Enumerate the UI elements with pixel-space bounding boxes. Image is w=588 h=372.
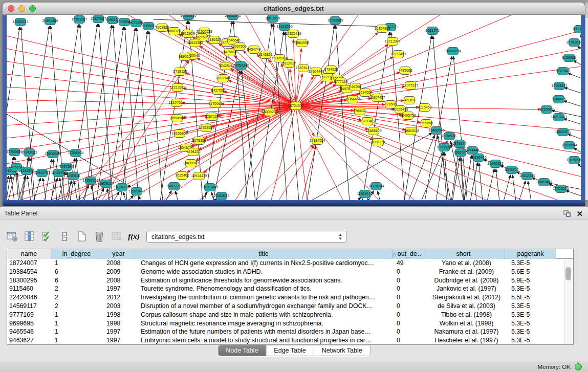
delete-table-icon[interactable] xyxy=(93,231,105,243)
deselect-all-rows-icon[interactable] xyxy=(58,231,70,243)
cell-pagerank[interactable]: 5.3E-5 xyxy=(508,259,560,268)
cell-in_degree[interactable]: 1 xyxy=(52,311,103,319)
citation-edge-black[interactable] xyxy=(479,163,483,200)
cell-in_degree[interactable]: 6 xyxy=(52,276,103,285)
cell-year[interactable]: 1998 xyxy=(103,311,137,319)
citation-edge-black[interactable] xyxy=(139,196,141,200)
cell-out_de[interactable]: 0 xyxy=(395,311,425,319)
cell-in_degree[interactable]: 1 xyxy=(52,327,103,336)
cell-pagerank[interactable]: 5.3E-5 xyxy=(508,285,560,293)
float-panel-icon[interactable] xyxy=(563,209,571,217)
citation-edge-black[interactable] xyxy=(45,159,52,200)
citation-edge-black[interactable] xyxy=(408,135,434,200)
table-row[interactable]: 1938455462009Genome-wide association stu… xyxy=(7,268,573,276)
citation-edge-black[interactable] xyxy=(568,134,581,139)
citation-edge-red[interactable] xyxy=(231,69,296,106)
cell-name[interactable]: 9777169 xyxy=(7,311,52,319)
citation-edge-black[interactable] xyxy=(53,159,57,200)
cell-pagerank[interactable]: 5.5E-5 xyxy=(508,293,560,302)
table-row[interactable]: 946362711997Embryonic stem cells: a mode… xyxy=(7,336,573,344)
table-settings-icon[interactable] xyxy=(6,231,18,243)
citation-edge-black[interactable] xyxy=(96,27,123,200)
scrollbar-thumb[interactable] xyxy=(565,267,571,280)
citation-edge-black[interactable] xyxy=(504,175,510,200)
cell-name[interactable]: 18300295 xyxy=(7,276,52,285)
window-titlebar[interactable]: citations_edges.txt xyxy=(3,3,585,15)
cell-in_degree[interactable]: 2 xyxy=(52,293,103,302)
cell-year[interactable]: 2009 xyxy=(103,268,137,276)
cell-name[interactable]: 18724007 xyxy=(7,259,52,268)
cell-title[interactable]: Tourette syndrome. Phenomenology and cla… xyxy=(137,285,395,293)
select-all-rows-icon[interactable] xyxy=(41,231,53,243)
citation-edge-black[interactable] xyxy=(82,185,89,200)
cell-short[interactable]: Jankovic et al. (1997) xyxy=(425,285,508,293)
citation-edge-black[interactable] xyxy=(8,172,15,200)
cell-in_degree[interactable]: 1 xyxy=(52,259,103,268)
citation-edge-black[interactable] xyxy=(80,25,94,200)
cell-name[interactable]: 22420046 xyxy=(7,293,52,302)
citation-edge-black[interactable] xyxy=(378,191,380,200)
cell-out_de[interactable]: 49 xyxy=(395,259,425,268)
citation-edge-black[interactable] xyxy=(176,191,178,200)
citation-edge-red[interactable] xyxy=(296,49,301,106)
cell-in_degree[interactable]: 6 xyxy=(52,268,103,276)
delete-columns-icon[interactable] xyxy=(111,231,122,243)
cell-name[interactable]: 19384554 xyxy=(7,268,52,276)
citation-edge-red[interactable] xyxy=(51,114,265,200)
citation-edge-black[interactable] xyxy=(123,192,126,200)
cell-out_de[interactable]: 0 xyxy=(395,276,425,285)
tab-edge-table[interactable]: Edge Table xyxy=(266,345,314,356)
citation-edge-black[interactable] xyxy=(114,192,119,200)
citation-edge-black[interactable] xyxy=(464,156,471,200)
column-header-in_degree[interactable]: in_degree xyxy=(51,249,102,259)
cell-in_degree[interactable]: 1 xyxy=(52,319,103,328)
cell-out_de[interactable]: 0 xyxy=(395,293,425,302)
cell-year[interactable]: 1997 xyxy=(103,285,137,293)
cell-pagerank[interactable]: 5.3E-5 xyxy=(508,319,560,328)
tab-node-table[interactable]: Node Table xyxy=(218,345,266,356)
table-row[interactable]: 969969511998Structural magnetic resonanc… xyxy=(7,319,573,328)
cell-year[interactable]: 2008 xyxy=(103,276,137,285)
cell-title[interactable]: Estimation of the future numbers of pati… xyxy=(137,327,395,336)
cell-name[interactable]: 9463627 xyxy=(7,336,52,344)
column-header-title[interactable]: title xyxy=(135,249,393,259)
table-row[interactable]: 946554611997Estimation of the future num… xyxy=(7,327,573,336)
citation-edge-black[interactable] xyxy=(461,158,465,200)
cell-pagerank[interactable]: 5.6E-5 xyxy=(508,268,560,276)
table-row[interactable]: 1872400712008Changes of HCN gene express… xyxy=(7,259,573,268)
citation-edge-black[interactable] xyxy=(42,178,46,200)
cell-short[interactable]: Nakamura et al. (1997) xyxy=(425,327,508,336)
column-header-out_de[interactable]: △out_de… xyxy=(393,249,422,259)
cell-title[interactable]: Disruption of a novel member of a sodium… xyxy=(137,302,395,311)
cell-short[interactable]: de Silva et al. (2003) xyxy=(425,302,508,311)
table-row[interactable]: 2242004622012Investigating the contribut… xyxy=(7,293,573,302)
column-header-short[interactable]: short xyxy=(422,249,505,259)
citation-edge-red[interactable] xyxy=(293,39,296,106)
citation-edge-black[interactable] xyxy=(84,25,112,200)
column-header-name[interactable]: name xyxy=(7,249,51,259)
cell-title[interactable]: Genome-wide association studies in ADHD. xyxy=(137,268,395,276)
cell-pagerank[interactable]: 5.3E-5 xyxy=(508,302,560,311)
column-header-pagerank[interactable]: pagerank xyxy=(505,249,556,259)
citation-edge-black[interactable] xyxy=(436,152,443,200)
citation-edge-red[interactable] xyxy=(296,106,405,130)
cell-title[interactable]: Estimation of significance thresholds fo… xyxy=(137,276,395,285)
cell-title[interactable]: Changes of HCN gene expression and I(f) … xyxy=(137,259,395,268)
cell-short[interactable]: Dudbridge et al. (2008) xyxy=(425,276,508,285)
cell-in_degree[interactable]: 1 xyxy=(52,336,103,344)
cell-year[interactable]: 1998 xyxy=(103,319,137,328)
citation-edge-black[interactable] xyxy=(34,178,40,200)
citation-edge-black[interactable] xyxy=(27,176,31,200)
cell-in_degree[interactable]: 2 xyxy=(52,302,103,311)
cell-out_de[interactable]: 0 xyxy=(395,319,425,328)
cell-short[interactable]: Wolkin et al. (1998) xyxy=(425,319,508,328)
citation-edge-black[interactable] xyxy=(30,158,33,200)
cell-name[interactable]: 9699695 xyxy=(7,319,52,328)
citation-edge-black[interactable] xyxy=(578,164,581,167)
tab-network-table[interactable]: Network Table xyxy=(314,345,370,356)
table-row[interactable]: 977716911998Corpus callosum shape and si… xyxy=(7,311,573,319)
cell-in_degree[interactable]: 2 xyxy=(52,285,103,293)
table-row[interactable]: 911546021997Tourette syndrome. Phenomeno… xyxy=(7,285,573,293)
cell-name[interactable]: 9465546 xyxy=(7,327,52,336)
cell-short[interactable]: Tibbo et al. (1998) xyxy=(425,311,508,319)
